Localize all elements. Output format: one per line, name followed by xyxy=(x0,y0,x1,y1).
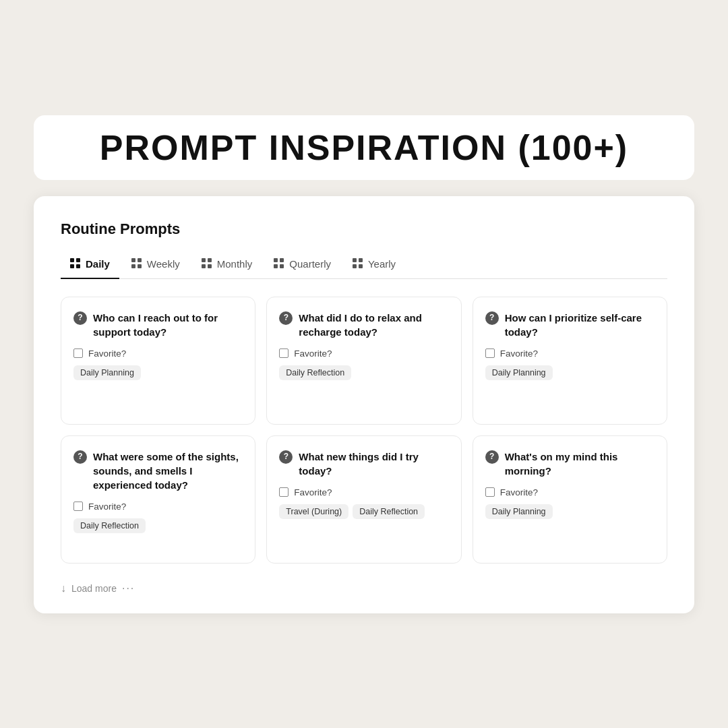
card-5: ?What's on my mind this morning?Favorite… xyxy=(473,435,667,564)
question-icon-5: ? xyxy=(485,450,499,464)
favorite-checkbox-4[interactable] xyxy=(279,487,289,497)
tab-yearly[interactable]: Yearly xyxy=(343,253,405,279)
question-text-3: What were some of the sights, sounds, an… xyxy=(93,450,243,492)
card-question-0: ?Who can I reach out to for support toda… xyxy=(73,311,243,339)
question-icon-4: ? xyxy=(279,450,293,464)
question-icon-2: ? xyxy=(485,311,499,325)
card-body-0: Favorite?Daily Planning xyxy=(73,348,243,380)
tab-quarterly-icon xyxy=(274,258,284,269)
card-body-4: Favorite?Travel (During)Daily Reflection xyxy=(279,487,448,519)
question-icon-3: ? xyxy=(73,450,87,464)
tag-4-0[interactable]: Travel (During) xyxy=(279,504,348,519)
favorite-row-0[interactable]: Favorite? xyxy=(73,348,243,359)
favorite-label-4: Favorite? xyxy=(294,487,332,497)
tags-0: Daily Planning xyxy=(73,365,243,380)
favorite-row-2[interactable]: Favorite? xyxy=(485,348,655,359)
question-text-2: How can I prioritize self-care today? xyxy=(505,311,655,339)
load-more-button[interactable]: ↓ Load more ··· xyxy=(61,580,667,595)
favorite-row-5[interactable]: Favorite? xyxy=(485,487,655,497)
favorite-checkbox-3[interactable] xyxy=(73,502,83,511)
card-question-3: ?What were some of the sights, sounds, a… xyxy=(73,450,243,492)
title-bar: PROMPT INSPIRATION (100+) xyxy=(34,115,694,180)
tags-4: Travel (During)Daily Reflection xyxy=(279,504,448,519)
tags-5: Daily Planning xyxy=(485,504,655,519)
card-0: ?Who can I reach out to for support toda… xyxy=(61,297,255,425)
question-text-4: What new things did I try today? xyxy=(299,450,448,478)
card-body-1: Favorite?Daily Reflection xyxy=(279,348,448,380)
card-question-5: ?What's on my mind this morning? xyxy=(485,450,655,478)
card-body-5: Favorite?Daily Planning xyxy=(485,487,655,519)
tags-3: Daily Reflection xyxy=(73,518,243,533)
load-more-arrow-icon: ↓ xyxy=(61,582,66,595)
tab-weekly-label: Weekly xyxy=(147,258,180,270)
tab-quarterly[interactable]: Quarterly xyxy=(264,253,340,279)
main-panel: Routine Prompts Daily Weekly Monthly xyxy=(34,196,694,613)
tab-daily-label: Daily xyxy=(86,258,110,270)
question-text-1: What did I do to relax and recharge toda… xyxy=(299,311,448,339)
card-question-1: ?What did I do to relax and recharge tod… xyxy=(279,311,448,339)
question-icon-1: ? xyxy=(279,311,293,325)
favorite-label-0: Favorite? xyxy=(88,348,126,359)
question-text-0: Who can I reach out to for support today… xyxy=(93,311,243,339)
tag-0-0[interactable]: Daily Planning xyxy=(73,365,141,380)
tags-2: Daily Planning xyxy=(485,365,655,380)
favorite-row-4[interactable]: Favorite? xyxy=(279,487,448,497)
tab-yearly-label: Yearly xyxy=(368,258,396,270)
panel-title: Routine Prompts xyxy=(61,220,667,238)
card-body-3: Favorite?Daily Reflection xyxy=(73,502,243,533)
favorite-checkbox-5[interactable] xyxy=(485,487,495,497)
tag-5-0[interactable]: Daily Planning xyxy=(485,504,553,519)
tab-weekly-icon xyxy=(131,258,142,269)
favorite-label-3: Favorite? xyxy=(88,502,126,512)
tag-4-1[interactable]: Daily Reflection xyxy=(353,504,425,519)
favorite-label-5: Favorite? xyxy=(500,487,538,497)
load-more-dots: ··· xyxy=(122,582,135,595)
tab-monthly[interactable]: Monthly xyxy=(192,253,262,279)
tab-quarterly-label: Quarterly xyxy=(289,258,331,270)
cards-grid: ?Who can I reach out to for support toda… xyxy=(61,297,667,564)
tab-monthly-label: Monthly xyxy=(217,258,253,270)
favorite-row-1[interactable]: Favorite? xyxy=(279,348,448,359)
tag-2-0[interactable]: Daily Planning xyxy=(485,365,553,380)
tab-yearly-icon xyxy=(353,258,363,269)
card-4: ?What new things did I try today?Favorit… xyxy=(266,435,461,564)
tab-monthly-icon xyxy=(202,258,212,269)
load-more-label: Load more xyxy=(71,583,117,594)
tab-daily-icon xyxy=(70,258,81,269)
question-text-5: What's on my mind this morning? xyxy=(505,450,655,478)
tag-3-0[interactable]: Daily Reflection xyxy=(73,518,146,533)
favorite-checkbox-0[interactable] xyxy=(73,348,83,358)
card-question-2: ?How can I prioritize self-care today? xyxy=(485,311,655,339)
card-question-4: ?What new things did I try today? xyxy=(279,450,448,478)
tab-daily[interactable]: Daily xyxy=(61,253,119,279)
main-title: PROMPT INSPIRATION (100+) xyxy=(61,127,667,168)
favorite-checkbox-2[interactable] xyxy=(485,348,495,358)
tags-1: Daily Reflection xyxy=(279,365,448,380)
card-body-2: Favorite?Daily Planning xyxy=(485,348,655,380)
favorite-checkbox-1[interactable] xyxy=(279,348,289,358)
tabs-bar: Daily Weekly Monthly Quarterly xyxy=(61,253,667,279)
card-2: ?How can I prioritize self-care today?Fa… xyxy=(473,297,667,425)
favorite-label-2: Favorite? xyxy=(500,348,538,359)
card-1: ?What did I do to relax and recharge tod… xyxy=(266,297,461,425)
card-3: ?What were some of the sights, sounds, a… xyxy=(61,435,255,564)
tab-weekly[interactable]: Weekly xyxy=(122,253,189,279)
favorite-label-1: Favorite? xyxy=(294,348,332,359)
outer-wrapper: PROMPT INSPIRATION (100+) Routine Prompt… xyxy=(34,115,694,613)
tag-1-0[interactable]: Daily Reflection xyxy=(279,365,351,380)
question-icon-0: ? xyxy=(73,311,87,325)
favorite-row-3[interactable]: Favorite? xyxy=(73,502,243,512)
